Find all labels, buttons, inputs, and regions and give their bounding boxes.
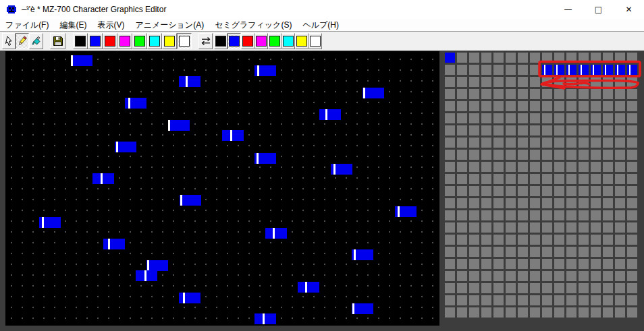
char-cell[interactable] — [554, 198, 564, 208]
char-cell[interactable] — [469, 125, 479, 136]
char-cell[interactable] — [554, 125, 564, 136]
char-cell[interactable] — [554, 77, 564, 87]
char-cell[interactable] — [615, 247, 625, 257]
char-cell[interactable] — [566, 283, 576, 293]
char-cell[interactable] — [627, 235, 637, 245]
char-cell[interactable] — [530, 65, 540, 75]
char-cell[interactable] — [469, 235, 479, 245]
char-cell[interactable] — [530, 77, 540, 87]
char-cell[interactable] — [615, 77, 625, 87]
char-cell[interactable] — [518, 295, 528, 305]
char-cell[interactable] — [457, 138, 467, 148]
char-cell[interactable] — [627, 198, 637, 208]
char-cell[interactable] — [518, 53, 528, 63]
char-cell[interactable] — [518, 162, 528, 172]
char-cell[interactable] — [603, 186, 613, 196]
menu-item-semigraphic[interactable]: セミグラフィック(S) — [209, 19, 297, 32]
char-cell[interactable] — [591, 283, 601, 293]
char-cell[interactable] — [627, 125, 637, 136]
char-cell[interactable] — [591, 307, 601, 318]
char-cell[interactable] — [591, 247, 601, 257]
char-cell[interactable] — [554, 295, 564, 305]
char-cell[interactable] — [445, 198, 455, 208]
char-cell[interactable] — [554, 101, 564, 111]
char-cell[interactable] — [457, 125, 467, 136]
char-cell[interactable] — [481, 125, 491, 136]
char-cell[interactable] — [554, 247, 564, 257]
char-cell[interactable] — [506, 65, 516, 75]
char-cell[interactable] — [542, 77, 552, 87]
animation-frame-tile[interactable] — [566, 65, 576, 75]
char-cell[interactable] — [530, 113, 540, 123]
animation-frame-tile[interactable] — [603, 65, 613, 75]
char-cell[interactable] — [615, 53, 625, 63]
char-cell[interactable] — [579, 271, 589, 281]
fg-palette-swatch-red[interactable] — [241, 33, 254, 49]
char-cell[interactable] — [542, 210, 552, 220]
char-cell[interactable] — [615, 307, 625, 318]
char-cell[interactable] — [542, 247, 552, 257]
char-cell[interactable] — [518, 65, 528, 75]
char-cell[interactable] — [603, 271, 613, 281]
char-cell[interactable] — [554, 307, 564, 318]
char-cell[interactable] — [493, 210, 504, 220]
char-cell[interactable] — [579, 186, 589, 196]
char-cell[interactable] — [566, 210, 576, 220]
char-cell[interactable] — [469, 162, 479, 172]
char-cell[interactable] — [566, 138, 576, 148]
char-cell[interactable] — [493, 77, 504, 87]
char-cell[interactable] — [493, 271, 504, 281]
char-cell[interactable] — [481, 222, 491, 233]
char-cell[interactable] — [506, 101, 516, 111]
menu-item-help[interactable]: ヘルプ(H) — [297, 19, 344, 32]
menu-item-edit[interactable]: 編集(E) — [54, 19, 92, 32]
char-cell[interactable] — [457, 295, 467, 305]
char-cell[interactable] — [542, 174, 552, 184]
char-cell[interactable] — [457, 150, 467, 160]
char-cell[interactable] — [579, 174, 589, 184]
char-cell[interactable] — [469, 222, 479, 233]
swap-colors-button[interactable] — [198, 33, 213, 49]
bg-palette-swatch-white[interactable] — [177, 33, 192, 49]
char-cell[interactable] — [603, 259, 613, 269]
char-cell[interactable] — [566, 113, 576, 123]
char-cell[interactable] — [506, 198, 516, 208]
char-cell[interactable] — [542, 101, 552, 111]
char-cell[interactable] — [445, 222, 455, 233]
char-cell[interactable] — [493, 283, 504, 293]
char-cell[interactable] — [530, 125, 540, 136]
char-cell[interactable] — [506, 222, 516, 233]
char-cell[interactable] — [506, 210, 516, 220]
char-cell[interactable] — [603, 222, 613, 233]
char-cell[interactable] — [579, 247, 589, 257]
char-cell[interactable] — [603, 77, 613, 87]
char-cell[interactable] — [518, 247, 528, 257]
char-cell[interactable] — [627, 283, 637, 293]
char-cell[interactable] — [603, 307, 613, 318]
char-cell[interactable] — [566, 125, 576, 136]
char-cell[interactable] — [518, 283, 528, 293]
animation-frame-tile[interactable] — [627, 65, 637, 75]
char-cell[interactable] — [445, 125, 455, 136]
char-cell[interactable] — [493, 222, 504, 233]
char-cell[interactable] — [469, 174, 479, 184]
fg-palette-swatch-green[interactable] — [268, 33, 281, 49]
char-cell[interactable] — [493, 307, 504, 318]
char-cell[interactable] — [457, 53, 467, 63]
char-cell[interactable] — [506, 247, 516, 257]
char-cell[interactable] — [481, 101, 491, 111]
char-cell[interactable] — [603, 138, 613, 148]
char-cell[interactable] — [566, 162, 576, 172]
char-cell[interactable] — [603, 162, 613, 172]
char-cell[interactable] — [566, 235, 576, 245]
char-cell[interactable] — [566, 150, 576, 160]
char-cell[interactable] — [493, 89, 504, 99]
char-cell[interactable] — [481, 247, 491, 257]
char-cell[interactable] — [542, 162, 552, 172]
char-cell[interactable] — [481, 77, 491, 87]
char-cell[interactable] — [566, 222, 576, 233]
char-cell[interactable] — [481, 307, 491, 318]
char-cell[interactable] — [542, 235, 552, 245]
char-cell[interactable] — [554, 162, 564, 172]
char-cell[interactable] — [469, 259, 479, 269]
